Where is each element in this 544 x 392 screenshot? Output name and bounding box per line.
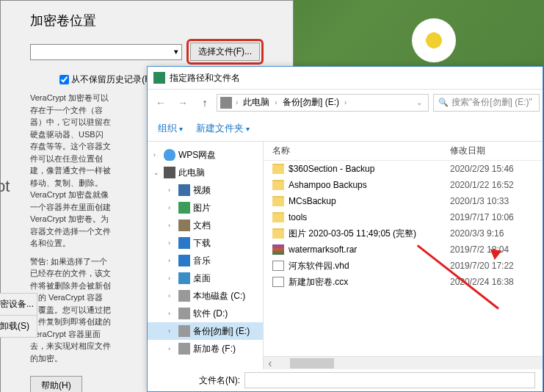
breadcrumb-dropdown-icon[interactable]: ⌄ [413,98,425,106]
file-row[interactable]: $360Section - Backup2020/2/29 15:46 [264,161,543,177]
breadcrumb[interactable]: › 此电脑 › 备份[勿删] (E:) › ⌄ [217,94,429,112]
expand-icon[interactable]: › [153,151,161,159]
expand-icon[interactable]: › [168,257,175,264]
new-folder-button[interactable]: 新建文件夹 [196,122,250,135]
file-name: 图片 2020-03-05 11;49;05 (完整) [289,228,416,240]
file-date: 2019/7/20 17:22 [447,261,543,271]
search-placeholder: 搜索"备份[勿删] (E:)" [451,96,532,109]
tree-item[interactable]: ›下载 [148,234,263,252]
expand-icon[interactable]: › [168,204,175,211]
organize-menu[interactable]: 组织 [158,122,183,135]
file-name: $360Section - Backup [289,164,374,174]
file-row[interactable]: tools2019/7/17 10:06 [264,209,543,225]
bg-flower [412,18,456,62]
veracrypt-icon [153,72,165,84]
file-row[interactable]: MCsBackup2020/1/3 10:33 [264,193,543,209]
tree-item[interactable]: ›桌面 [148,269,263,287]
tree-item-label: WPS网盘 [178,149,216,161]
tree-item[interactable]: ›新加卷 (F:) [148,340,263,357]
expand-icon[interactable]: › [168,239,175,247]
expand-icon[interactable]: › [168,186,175,194]
tree-item-icon [178,343,190,355]
breadcrumb-sep: › [272,98,279,106]
col-name-header[interactable]: 名称 [264,145,447,157]
breadcrumb-root[interactable]: 此电脑 [242,96,271,109]
tree-item-label: 本地磁盘 (C:) [193,290,245,302]
volume-path-combo[interactable] [30,44,182,60]
tree-item-label: 图片 [193,202,211,214]
file-row[interactable]: Ashampoo Backups2020/1/22 16:52 [264,177,543,193]
background-buttons: 动加密设备... 全部卸载(S) [0,293,37,337]
file-icon [272,244,284,255]
file-date: 2019/7/17 10:06 [447,212,543,222]
file-name: tools [289,212,307,222]
file-row[interactable]: 图片 2020-03-05 11;49;05 (完整)2020/3/3 9:16 [264,225,543,242]
file-name: 新建加密卷.ccx [289,276,348,288]
file-open-dialog: 指定路径和文件名 ← → ↑ › 此电脑 › 备份[勿删] (E:) › ⌄ 搜… [147,66,543,392]
scrollbar-thumb[interactable] [290,358,334,369]
dismount-all-button[interactable]: 全部卸载(S) [0,315,37,338]
nav-back-button[interactable]: ← [150,93,171,112]
wizard-section-title: 加密卷位置 [1,8,293,33]
file-row[interactable]: 新建加密卷.ccx2020/2/24 16:38 [264,274,543,290]
file-row[interactable]: watermarksoft.rar2019/7/2 18:04 [264,242,543,258]
expand-icon[interactable]: › [168,292,175,300]
expand-icon[interactable]: › [168,345,175,352]
tree-item[interactable]: ›WPS网盘 [148,146,263,164]
expand-icon[interactable]: › [168,327,175,335]
filename-input[interactable] [244,372,535,388]
expand-icon[interactable]: › [168,222,175,229]
tree-item-label: 音乐 [193,255,211,267]
tree-item-icon [178,290,190,302]
tree-item[interactable]: ›备份[勿删] (E:) [148,322,263,340]
file-row[interactable]: 河东软件园.vhd2019/7/20 17:22 [264,258,543,274]
breadcrumb-folder[interactable]: 备份[勿删] (E:) [281,96,341,109]
search-input[interactable]: 搜索"备份[勿删] (E:)" [433,94,540,112]
file-name: watermarksoft.rar [289,244,357,255]
file-icon [272,228,284,239]
dialog-titlebar[interactable]: 指定路径和文件名 [148,67,543,89]
tree-item-icon [178,325,190,337]
tree-item[interactable]: ›软件 (D:) [148,305,263,322]
tree-item[interactable]: ›文档 [148,217,263,234]
expand-icon[interactable]: ⌄ [153,169,161,176]
tree-item[interactable]: ›视频 [148,181,263,199]
auto-mount-button[interactable]: 动加密设备... [0,293,37,316]
tree-item-label: 新加卷 (F:) [193,343,236,355]
wizard-description: VeraCrypt 加密卷可以存在于一个文件（容器）中，它可以驻留在硬盘驱动器、… [1,89,140,253]
expand-icon[interactable]: › [168,275,175,282]
tree-item-icon [178,308,190,319]
dialog-title: 指定路径和文件名 [170,72,240,84]
tree-item[interactable]: ›本地磁盘 (C:) [148,287,263,305]
help-button[interactable]: 帮助(H) [30,376,82,392]
nav-forward-button: → [173,93,193,112]
column-headers[interactable]: 名称 修改日期 [264,142,543,161]
col-date-header[interactable]: 修改日期 [447,145,543,157]
tree-item-label: 软件 (D:) [193,308,228,320]
nav-up-button[interactable]: ↑ [195,93,215,112]
checkbox-label: 从不保留历史记录(R) [71,74,154,84]
never-save-history-input[interactable] [59,75,69,84]
file-date: 2020/3/3 9:16 [447,228,543,239]
file-date: 2020/2/24 16:38 [447,277,543,287]
file-list[interactable]: $360Section - Backup2020/2/29 15:46Asham… [264,161,543,356]
filename-label: 文件名(N): [199,374,240,387]
tree-item-icon [164,167,175,178]
tree-item-icon [178,219,190,231]
expand-icon[interactable]: › [168,310,175,317]
drive-icon [220,97,232,109]
select-file-highlight: 选择文件(F)... [186,39,264,65]
file-icon [272,261,284,271]
tree-item-label: 备份[勿删] (E:) [193,325,250,338]
scroll-left-icon[interactable]: ‹ [264,357,277,370]
select-file-button[interactable]: 选择文件(F)... [190,43,260,61]
tree-item[interactable]: ›图片 [148,199,263,217]
never-save-history-checkbox[interactable]: 从不保留历史记录(R) [59,74,154,84]
tree-item[interactable]: ›音乐 [148,252,263,269]
tree-item[interactable]: ⌄此电脑 [148,164,263,181]
horizontal-scrollbar[interactable]: ‹ [264,356,543,369]
nav-tree[interactable]: ›WPS网盘⌄此电脑›视频›图片›文档›下载›音乐›桌面›本地磁盘 (C:)›软… [148,142,264,369]
file-date: 2020/1/22 16:52 [447,180,543,190]
file-date: 2020/1/3 10:33 [447,196,543,206]
tree-item-icon [178,272,190,284]
